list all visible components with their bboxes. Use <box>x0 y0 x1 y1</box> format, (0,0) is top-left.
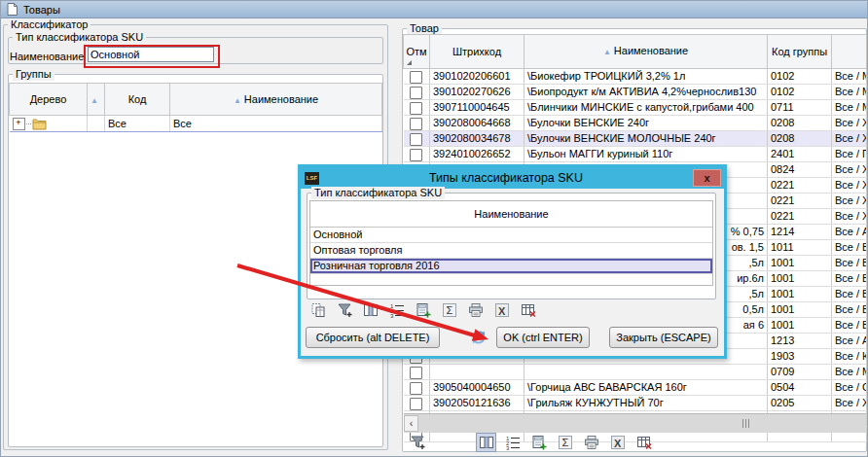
tree-col-header-name[interactable]: ▲Наименование <box>170 84 382 116</box>
mark-cell <box>404 147 430 162</box>
row-checkbox[interactable] <box>410 398 422 410</box>
svg-text:X: X <box>498 305 506 317</box>
horizontal-scrollbar[interactable]: ‹ <box>404 413 866 433</box>
barcode-cell <box>430 365 524 380</box>
group-cell: Все / Хл <box>832 396 867 411</box>
group-code-cell: 0208 <box>768 131 832 147</box>
printer-icon[interactable] <box>466 301 485 319</box>
close-button[interactable]: Закрыть (ESCAPE) <box>609 327 718 348</box>
tree-connector <box>26 123 31 124</box>
mark-cell <box>404 100 430 116</box>
app-window: Товары Классификатор Тип классификатора … <box>0 0 868 457</box>
dialog-list-header[interactable]: Наименование <box>310 201 712 228</box>
numbered-list-icon[interactable]: 123 <box>387 301 406 319</box>
calc-plus-icon[interactable] <box>529 434 548 451</box>
tree-cell-sort <box>88 116 105 132</box>
product-row[interactable]: 0709Все / Мя <box>404 365 867 380</box>
group-cell: Все / Мя <box>832 100 867 116</box>
group-cell: Все / Бе <box>832 302 867 318</box>
row-checkbox[interactable] <box>410 367 422 379</box>
reset-button[interactable]: Сбросить (alt DELETE) <box>306 327 440 348</box>
product-row[interactable]: 3901020206601\Биокефир ТРОИЦКИЙ 3,2% 1л0… <box>404 69 867 85</box>
columns-icon[interactable] <box>361 301 380 319</box>
tree-sort-column[interactable]: ▲ <box>88 84 105 116</box>
col-header-name[interactable]: ▲Наименование <box>524 35 768 69</box>
row-checkbox[interactable] <box>410 118 422 130</box>
row-checkbox[interactable] <box>410 133 422 146</box>
group-code-cell: 0221 <box>768 178 832 193</box>
product-row[interactable]: 3902080034678\Булочки ВЕНСКИЕ МОЛОЧНЫЕ 2… <box>404 131 867 147</box>
row-checkbox[interactable] <box>410 382 422 395</box>
expand-icon[interactable]: + <box>13 118 25 130</box>
product-row[interactable]: 3901020270626\Биопродукт к/м АКТИВИА 4,2… <box>404 85 867 100</box>
group-cell: Все / Хо <box>832 162 867 178</box>
window-title: Товары <box>23 4 60 16</box>
sort-indicator-icon <box>407 60 412 65</box>
dialog-list-item[interactable]: Оптовая торговля <box>310 243 712 259</box>
dialog-toolbar: 123ΣX <box>308 301 537 319</box>
col-header-mark[interactable]: Отм <box>404 35 430 69</box>
mark-cell <box>404 131 430 147</box>
col-header-name-label: Наименование <box>614 45 688 56</box>
columns-icon[interactable] <box>477 434 495 451</box>
sigma-icon[interactable]: Σ <box>440 301 458 319</box>
ok-button[interactable]: OK (ctrl ENTER) <box>496 327 590 348</box>
group-cell: Все / Бе <box>832 240 867 256</box>
tree-cell-name: Все <box>170 116 382 132</box>
col-header-mark-label: Отм <box>406 46 426 57</box>
excel-icon[interactable]: X <box>492 301 511 319</box>
table-remove-icon[interactable] <box>634 434 653 451</box>
dialog-close-icon[interactable]: x <box>693 169 721 187</box>
mark-cell <box>404 380 430 396</box>
funnel-plus-icon[interactable] <box>408 434 426 451</box>
group-code-cell: 0504 <box>768 380 832 396</box>
tree-row[interactable]: + Все Все <box>10 116 382 132</box>
copy-icon[interactable] <box>308 301 327 319</box>
scrollbar-grip[interactable] <box>742 419 751 428</box>
col-header-group[interactable] <box>832 35 867 69</box>
product-row[interactable]: 3905040004650\Горчица АВС БАВАРСКАЯ 160г… <box>404 380 867 396</box>
col-header-group-code[interactable]: Код группы <box>768 35 832 69</box>
barcode-cell: 3905040004650 <box>430 380 524 396</box>
row-checkbox[interactable] <box>410 71 422 84</box>
sync-icon[interactable] <box>467 328 490 347</box>
dialog-type-groupbox: Тип классификатора SKU Наименование Осно… <box>307 193 716 299</box>
tree-col-header-name-label: Наименование <box>244 93 318 105</box>
row-checkbox[interactable] <box>410 87 422 99</box>
row-checkbox[interactable] <box>410 102 422 115</box>
dialog-list-item[interactable]: Розничная торговля 2016 <box>310 259 712 274</box>
dialog-list-rows: ОсновнойОптовая торговляРозничная торгов… <box>310 228 712 274</box>
product-row[interactable]: 3924010026652\Бульон МАГГИ куриный 110г2… <box>404 147 867 162</box>
col-header-barcode[interactable]: Штрихкод <box>430 35 524 69</box>
group-code-cell: 0208 <box>768 116 832 131</box>
sort-asc-icon: ▲ <box>90 96 98 105</box>
funnel-plus-icon[interactable] <box>335 301 353 319</box>
row-checkbox[interactable] <box>410 149 422 161</box>
group-cell: Все / Бе <box>832 287 867 302</box>
group-code-cell: 1001 <box>768 318 832 334</box>
dialog-list-item[interactable]: Основной <box>310 228 712 243</box>
calc-plus-icon[interactable] <box>414 301 432 319</box>
classifier-name-input[interactable] <box>88 47 214 62</box>
app-logo-icon: LSF <box>305 172 319 185</box>
products-toolbar: 123ΣX <box>408 434 653 451</box>
product-row[interactable]: 3902050121636\Грильяж КУНЖУТНЫЙ 70г0205В… <box>404 396 867 411</box>
mark-cell <box>404 85 430 100</box>
scroll-left-button[interactable]: ‹ <box>404 415 418 432</box>
printer-icon[interactable] <box>582 434 600 451</box>
numbered-list-icon[interactable]: 123 <box>503 434 522 451</box>
barcode-cell: 3902080034678 <box>430 131 524 147</box>
name-field-label: Наименование <box>10 51 84 62</box>
tree-col-header-code[interactable]: Код <box>105 84 170 116</box>
dialog-titlebar[interactable]: LSF Типы классификатора SKU x <box>301 167 724 189</box>
table-remove-icon[interactable] <box>519 301 537 319</box>
group-code-cell: 1903 <box>768 349 832 365</box>
group-cell: Все / Кн <box>832 349 867 365</box>
product-row[interactable]: 3902080064668\Булочки ВЕНСКИЕ 240г0208Вс… <box>404 116 867 131</box>
dialog-list: Наименование ОсновнойОптовая торговляРоз… <box>309 200 713 286</box>
sigma-icon[interactable]: Σ <box>556 434 574 451</box>
product-row[interactable]: 3907110004645\Блинчики МИНСКИЕ с капусто… <box>404 100 867 116</box>
excel-icon[interactable]: X <box>608 434 627 451</box>
tree-col-header-tree[interactable]: Дерево <box>10 84 88 116</box>
tree-cell-code: Все <box>105 116 170 132</box>
